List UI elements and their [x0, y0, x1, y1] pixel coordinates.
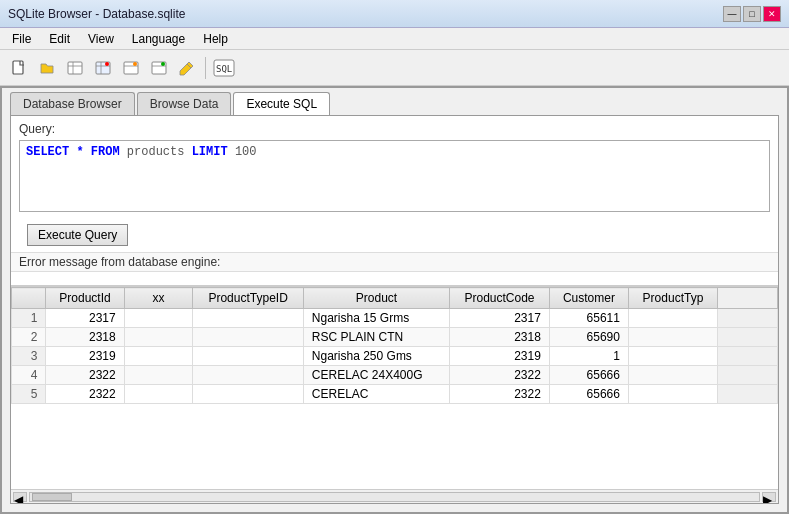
cell-productid: 2319	[46, 347, 124, 366]
row-number: 1	[12, 309, 46, 328]
results-container[interactable]: ProductId xx ProductTypeID Product Produ…	[11, 286, 778, 489]
cell-producttypeid	[193, 347, 303, 366]
sql-limit: LIMIT	[192, 145, 228, 159]
sql-table-name: products	[127, 145, 192, 159]
edit-icon[interactable]	[174, 55, 200, 81]
cell-xx	[124, 366, 193, 385]
svg-rect-1	[68, 62, 82, 74]
tab-bar: Database Browser Browse Data Execute SQL	[2, 88, 787, 115]
col-header-product[interactable]: Product	[303, 288, 449, 309]
menu-view[interactable]: View	[80, 30, 122, 48]
row-number: 4	[12, 366, 46, 385]
cell-producttyp	[628, 366, 717, 385]
results-table: ProductId xx ProductTypeID Product Produ…	[11, 287, 778, 404]
query-label: Query:	[19, 122, 770, 136]
scroll-thumb[interactable]	[32, 493, 72, 501]
new-file-button[interactable]	[6, 55, 32, 81]
cell-producttyp	[628, 328, 717, 347]
close-button[interactable]: ✕	[763, 6, 781, 22]
col-header-productcode[interactable]: ProductCode	[450, 288, 550, 309]
sql-select: SELECT	[26, 145, 69, 159]
cell-scroll-spacer	[718, 366, 778, 385]
cell-scroll-spacer	[718, 309, 778, 328]
horizontal-scrollbar[interactable]: ◀ ▶	[11, 489, 778, 503]
cell-xx	[124, 347, 193, 366]
cell-productid: 2322	[46, 385, 124, 404]
col-header-scroll	[718, 288, 778, 309]
cell-producttypeid	[193, 309, 303, 328]
title-bar: SQLite Browser - Database.sqlite — □ ✕	[0, 0, 789, 28]
menu-language[interactable]: Language	[124, 30, 193, 48]
cell-productcode: 2322	[450, 385, 550, 404]
cell-customer: 1	[549, 347, 628, 366]
row-number: 3	[12, 347, 46, 366]
table-icon-1[interactable]	[62, 55, 88, 81]
maximize-button[interactable]: □	[743, 6, 761, 22]
error-content-area	[11, 272, 778, 286]
cell-productcode: 2317	[450, 309, 550, 328]
cell-producttyp	[628, 385, 717, 404]
cell-scroll-spacer	[718, 347, 778, 366]
open-file-button[interactable]	[34, 55, 60, 81]
scroll-right-btn[interactable]: ▶	[762, 492, 776, 502]
table-icon-4[interactable]	[146, 55, 172, 81]
col-header-producttypeid[interactable]: ProductTypeID	[193, 288, 303, 309]
window-controls: — □ ✕	[723, 6, 781, 22]
col-header-producttype[interactable]: ProductTyp	[628, 288, 717, 309]
query-box: SELECT * FROM products LIMIT 100	[19, 140, 770, 212]
menu-help[interactable]: Help	[195, 30, 236, 48]
table-row: 22318RSC PLAIN CTN231865690	[12, 328, 778, 347]
cell-productid: 2322	[46, 366, 124, 385]
main-window: Database Browser Browse Data Execute SQL…	[0, 86, 789, 514]
svg-text:SQL: SQL	[216, 64, 232, 74]
cell-product: RSC PLAIN CTN	[303, 328, 449, 347]
table-icon-3[interactable]	[118, 55, 144, 81]
minimize-button[interactable]: —	[723, 6, 741, 22]
sql-from: FROM	[91, 145, 120, 159]
svg-point-7	[105, 62, 109, 66]
cell-productcode: 2318	[450, 328, 550, 347]
cell-producttypeid	[193, 366, 303, 385]
error-message-label: Error message from database engine:	[11, 252, 778, 272]
cell-customer: 65666	[549, 385, 628, 404]
execute-section: Execute Query	[11, 218, 778, 252]
cell-xx	[124, 328, 193, 347]
table-row: 52322CERELAC232265666	[12, 385, 778, 404]
tab-execute-sql[interactable]: Execute SQL	[233, 92, 330, 115]
toolbar: SQL	[0, 50, 789, 86]
cell-producttyp	[628, 309, 717, 328]
menu-edit[interactable]: Edit	[41, 30, 78, 48]
svg-rect-0	[13, 61, 23, 74]
scroll-left-btn[interactable]: ◀	[13, 492, 27, 502]
table-icon-2[interactable]	[90, 55, 116, 81]
row-number: 5	[12, 385, 46, 404]
menu-file[interactable]: File	[4, 30, 39, 48]
col-header-customer[interactable]: Customer	[549, 288, 628, 309]
cell-product: CERELAC 24X400G	[303, 366, 449, 385]
tab-database-browser[interactable]: Database Browser	[10, 92, 135, 115]
sql-limit-val: 100	[235, 145, 257, 159]
execute-query-button[interactable]: Execute Query	[27, 224, 128, 246]
cell-product: CERELAC	[303, 385, 449, 404]
svg-point-13	[161, 62, 165, 66]
cell-xx	[124, 385, 193, 404]
sql-icon[interactable]: SQL	[211, 55, 237, 81]
cell-producttypeid	[193, 385, 303, 404]
col-header-rownum	[12, 288, 46, 309]
cell-customer: 65611	[549, 309, 628, 328]
col-header-xx[interactable]: xx	[124, 288, 193, 309]
scroll-track[interactable]	[29, 492, 760, 502]
cell-productid: 2317	[46, 309, 124, 328]
table-row: 12317Ngarisha 15 Grms231765611	[12, 309, 778, 328]
cell-product: Ngarisha 250 Gms	[303, 347, 449, 366]
row-number: 2	[12, 328, 46, 347]
cell-scroll-spacer	[718, 328, 778, 347]
cell-productcode: 2322	[450, 366, 550, 385]
tab-browse-data[interactable]: Browse Data	[137, 92, 232, 115]
sql-star: *	[76, 145, 90, 159]
cell-scroll-spacer	[718, 385, 778, 404]
window-title: SQLite Browser - Database.sqlite	[8, 7, 185, 21]
col-header-productid[interactable]: ProductId	[46, 288, 124, 309]
table-row: 32319Ngarisha 250 Gms23191	[12, 347, 778, 366]
toolbar-separator	[205, 57, 206, 79]
